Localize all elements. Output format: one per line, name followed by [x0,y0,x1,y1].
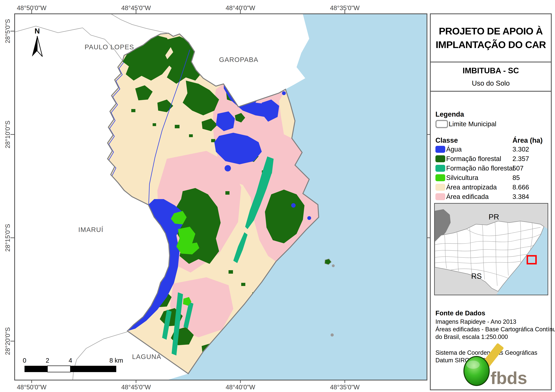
legend-area-value: 3.384 [512,193,529,200]
inset-label-pr: PR [489,213,499,221]
limite-municipal-row: Limite Municipal [435,119,496,129]
tick [10,134,14,135]
legend-panel: Legenda Limite Municipal Classe Área (ha… [431,92,551,390]
municipality-name: IMBITUBA - SC [463,66,519,75]
tick [31,10,32,14]
label-imarui: IMARUÍ [78,226,103,233]
subtitle-box: IMBITUBA - SC Uso do Solo [431,62,551,92]
scale-label-4: 4 [69,357,72,364]
tick [10,237,14,238]
land-use-map-canvas: PAULO LOPES GAROPABA IMARUÍ LAGUNA N 0 2… [15,14,427,380]
scale-label-2: 2 [46,357,49,364]
lat-label-2: 28°10'0"S [4,121,11,148]
legend-row-formacao-florestal: Formação florestal 2.357 [435,154,546,164]
label-garopaba: GAROPABA [219,56,258,63]
legend-swatch-agua [435,146,445,153]
tick [136,10,136,14]
lat-label-3: 28°15'0"S [4,224,11,252]
legend-label: Água [446,145,462,153]
label-laguna: LAGUNA [132,353,161,360]
fonte-line: Áreas edificadas - Base Cartográfica Con… [435,326,555,333]
inset-label-rs: RS [471,272,482,280]
legend-swatch-formacao-nao-florestal [435,165,445,172]
legend-label: Silvicultura [446,174,478,182]
map-layout-page: 48°50'0"W 48°45'0"W 48°40'0"W 48°35'0"W … [0,0,555,392]
legend-row-agua: Água 3.302 [435,145,546,154]
area-column-header: Área (ha) [512,136,543,144]
lat-label-4: 28°20'0"S [4,327,11,355]
limite-municipal-swatch [435,120,448,128]
limite-municipal-label: Limite Municipal [449,120,496,128]
fonte-lines: Imagens Rapideye - Ano 2013 Áreas edific… [435,318,555,341]
scale-label-0: 0 [23,357,26,364]
legend-label: Formação florestal [446,155,501,163]
tick [240,10,241,14]
tick [10,341,14,342]
fonte-line: Imagens Rapideye - Ano 2013 [435,318,555,326]
sidebar: PROJETO DE APOIO À IMPLANTAÇÃO DO CAR IM… [430,14,552,390]
lat-label-1: 28°5'0"S [4,19,11,43]
legend-row-area-antropizada: Área antropizada 8.666 [435,183,546,192]
legend-label: Área antropizada [446,183,497,191]
tick [344,10,345,14]
legend-swatch-area-antropizada [435,184,445,191]
legend-label: Formação não florestal [446,164,514,172]
locator-map: PR RS [434,203,548,295]
fonte-heading: Fonte de Dados [435,309,485,317]
legend-swatch-formacao-florestal [435,155,445,162]
locator-map-canvas: PR RS [435,204,548,295]
fbds-logo-icon: fbds [454,341,530,388]
project-title-box: PROJETO DE APOIO À IMPLANTAÇÃO DO CAR [431,14,551,62]
legend-row-silvicultura: Silvicultura 85 [435,173,546,183]
fbds-logo: fbds [454,341,530,388]
lon-label-bottom-3: 48°40'0"W [226,384,255,391]
project-title-line1: PROJETO DE APOIO À [439,24,543,38]
tick [10,31,14,31]
legend-swatch-area-edificada [435,193,445,200]
legend-label: Área edificada [446,193,489,200]
legend-heading: Legenda [435,110,464,118]
main-map: PAULO LOPES GAROPABA IMARUÍ LAGUNA N 0 2… [14,14,427,380]
legend-row-area-edificada: Área edificada 3.384 [435,192,546,201]
legend-area-value: 85 [512,174,520,182]
fonte-line: do Brasil, escala 1:250.000 [435,333,555,341]
lon-label-bottom-1: 48°50'0"W [17,384,46,391]
label-paulo-lopes: PAULO LOPES [85,43,134,51]
legend-swatch-silvicultura [435,174,445,181]
lon-label-bottom-4: 48°35'0"W [330,384,360,391]
legend-area-value: 8.666 [512,183,529,191]
north-label: N [35,27,40,35]
legend-area-value: 2.357 [512,155,529,163]
logo-text: fbds [490,368,527,388]
scale-label-8km: 8 km [110,357,123,364]
class-column-header: Classe [435,136,458,144]
legend-area-value: 507 [512,164,524,172]
project-title-line2: IMPLANTAÇÃO DO CAR [436,38,546,51]
logo-green-orb [464,356,489,385]
legend-row-formacao-nao-florestal: Formação não florestal 507 [435,164,546,173]
map-theme: Uso do Solo [472,79,510,87]
logo-orb-highlight [467,361,480,369]
legend-area-value: 3.302 [512,145,529,153]
lon-label-bottom-2: 48°45'0"W [121,384,151,391]
